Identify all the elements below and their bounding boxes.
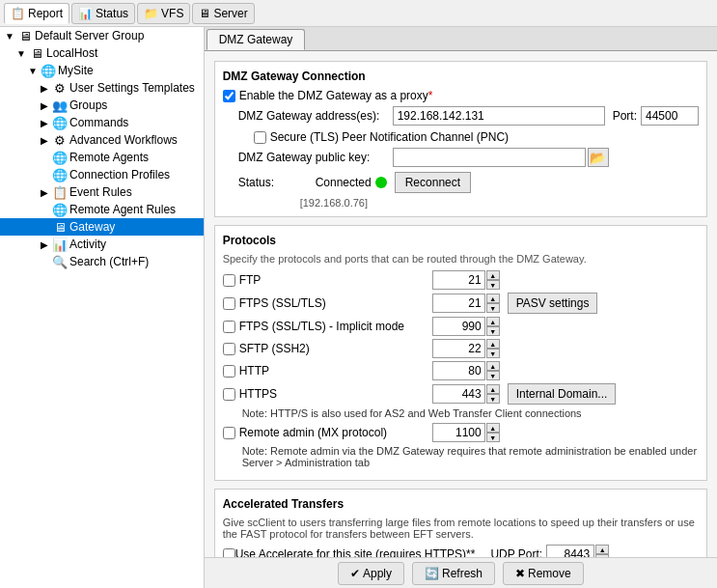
- sftp-port-input[interactable]: [432, 339, 485, 358]
- remote-admin-row: Remote admin (MX protocol) ▲ ▼: [223, 423, 699, 442]
- ftps-implicit-port-input[interactable]: [432, 317, 485, 336]
- tree-item-search[interactable]: 🔍 Search (Ctrl+F): [0, 253, 204, 270]
- ftp-port-up[interactable]: ▲: [486, 270, 500, 280]
- apply-icon: ✔: [350, 567, 360, 580]
- tree-item-default-server-group[interactable]: ▼ 🖥 Default Server Group: [0, 27, 204, 44]
- ftps-label: FTPS (SSL/TLS): [239, 296, 432, 310]
- accelerated-transfers-section: Accelerated Transfers Give scClient to u…: [214, 489, 707, 557]
- remote-agent-rules-icon: 🌐: [52, 202, 68, 217]
- activity-icon: 📊: [52, 237, 68, 252]
- ftps-checkbox[interactable]: [223, 297, 235, 310]
- sftp-down[interactable]: ▼: [486, 349, 500, 358]
- remove-button[interactable]: ✖ Remove: [503, 562, 584, 585]
- address-row: DMZ Gateway address(es): Port:: [238, 106, 699, 126]
- https-checkbox[interactable]: [223, 388, 235, 401]
- tree-label: Activity: [69, 238, 106, 251]
- tree-label: MySite: [58, 64, 94, 77]
- ftps-implicit-down[interactable]: ▼: [486, 326, 500, 336]
- refresh-button[interactable]: 🔄 Refresh: [412, 562, 495, 585]
- ftps-implicit-checkbox[interactable]: [223, 321, 235, 333]
- tree-item-gateway[interactable]: 🖥 Gateway: [0, 218, 204, 236]
- tls-checkbox[interactable]: [254, 131, 266, 144]
- remote-agents-icon: 🌐: [52, 150, 68, 165]
- https-spinner: ▲ ▼: [486, 384, 500, 404]
- internal-domain-button[interactable]: Internal Domain...: [508, 383, 617, 405]
- http-up[interactable]: ▲: [486, 361, 500, 371]
- ftps-port-spinner: ▲ ▼: [486, 294, 500, 313]
- tree-item-remote-agents[interactable]: 🌐 Remote Agents: [0, 149, 204, 166]
- pubkey-browse-button[interactable]: 📂: [588, 148, 609, 167]
- server-group-icon: 🖥: [17, 28, 33, 43]
- port-input[interactable]: [641, 106, 699, 126]
- tree-item-commands[interactable]: ▶ 🌐 Commands: [0, 114, 204, 131]
- tree-label: Search (Ctrl+F): [69, 255, 149, 268]
- ftps-port-up[interactable]: ▲: [486, 294, 500, 303]
- accel-title: Accelerated Transfers: [223, 497, 699, 511]
- sftp-spinner: ▲ ▼: [486, 339, 500, 358]
- http-down[interactable]: ▼: [486, 371, 500, 380]
- connection-profiles-icon: 🌐: [52, 167, 68, 182]
- tree-label: Groups: [69, 98, 107, 112]
- expand-icon: ▼: [25, 66, 41, 76]
- enable-checkbox[interactable]: [223, 90, 235, 102]
- sftp-label: SFTP (SSH2): [239, 342, 432, 355]
- sftp-up[interactable]: ▲: [486, 339, 500, 349]
- ftp-port-down[interactable]: ▼: [486, 280, 500, 290]
- tree-item-connection-profiles[interactable]: 🌐 Connection Profiles: [0, 166, 204, 183]
- ftps-port-input[interactable]: [432, 294, 485, 313]
- remote-admin-spinner: ▲ ▼: [486, 423, 500, 442]
- udp-port-input[interactable]: [546, 545, 594, 557]
- https-down[interactable]: ▼: [486, 394, 500, 404]
- http-port-input[interactable]: [432, 361, 485, 380]
- mysite-icon: 🌐: [41, 63, 56, 78]
- protocols-note: Specify the protocols and ports that can…: [223, 253, 699, 265]
- http-label: HTTP: [239, 364, 432, 378]
- toolbar-status[interactable]: 📊 Status: [71, 3, 135, 24]
- expand-icon: ▶: [37, 187, 52, 198]
- status-dot-icon: [375, 177, 387, 188]
- tree-item-user-settings[interactable]: ▶ ⚙ User Settings Templates: [0, 79, 204, 97]
- expand-icon: ▶: [37, 239, 52, 250]
- protocol-row-ftp: FTP ▲ ▼: [223, 270, 699, 290]
- tree-item-advanced-workflows[interactable]: ▶ ⚙ Advanced Workflows: [0, 131, 204, 149]
- address-input[interactable]: [393, 106, 605, 126]
- ftp-checkbox[interactable]: [223, 274, 235, 287]
- https-port-input[interactable]: [432, 384, 485, 404]
- server-icon: 🖥: [199, 7, 210, 20]
- reconnect-button[interactable]: Reconnect: [395, 172, 471, 193]
- remote-admin-port-input[interactable]: [432, 423, 485, 442]
- remote-admin-up[interactable]: ▲: [486, 423, 500, 433]
- tree-item-activity[interactable]: ▶ 📊 Activity: [0, 236, 204, 253]
- tree-item-groups[interactable]: ▶ 👥 Groups: [0, 97, 204, 114]
- remote-admin-down[interactable]: ▼: [486, 433, 500, 442]
- toolbar-vfs[interactable]: 📁 VFS: [137, 3, 190, 24]
- tree-item-event-rules[interactable]: ▶ 📋 Event Rules: [0, 183, 204, 201]
- accel-label: Use Accelerate for this site (requires H…: [235, 547, 476, 557]
- tree-item-remote-agent-rules[interactable]: 🌐 Remote Agent Rules: [0, 201, 204, 218]
- udp-spinner: ▲ ▼: [595, 545, 609, 557]
- advanced-workflows-icon: ⚙: [52, 132, 68, 148]
- vfs-icon: 📁: [144, 7, 158, 20]
- tab-dmz-gateway[interactable]: DMZ Gateway: [207, 29, 306, 50]
- status-ip: [192.168.0.76]: [300, 197, 699, 209]
- sftp-checkbox[interactable]: [223, 343, 235, 355]
- ftps-implicit-up[interactable]: ▲: [486, 317, 500, 326]
- https-up[interactable]: ▲: [486, 384, 500, 394]
- ftps-port-down[interactable]: ▼: [486, 303, 500, 313]
- address-label: DMZ Gateway address(es):: [238, 109, 393, 123]
- tree-item-localhost[interactable]: ▼ 🖥 LocalHost: [0, 44, 204, 62]
- tls-row: Secure (TLS) Peer Notification Channel (…: [254, 130, 699, 144]
- toolbar-server[interactable]: 🖥 Server: [192, 3, 254, 24]
- toolbar-report[interactable]: 📋 Report: [4, 3, 69, 24]
- tree-item-mysite[interactable]: ▼ 🌐 MySite: [0, 62, 204, 79]
- http-checkbox[interactable]: [223, 365, 235, 378]
- accel-checkbox[interactable]: [223, 548, 235, 558]
- main-area: ▼ 🖥 Default Server Group ▼ 🖥 LocalHost ▼…: [0, 27, 717, 588]
- remove-label: Remove: [528, 567, 571, 580]
- remote-admin-checkbox[interactable]: [223, 427, 235, 439]
- apply-button[interactable]: ✔ Apply: [338, 562, 404, 585]
- pubkey-input[interactable]: [393, 148, 586, 167]
- ftp-port-input[interactable]: [432, 270, 485, 290]
- pasv-settings-button[interactable]: PASV settings: [508, 293, 598, 314]
- udp-up[interactable]: ▲: [595, 545, 609, 554]
